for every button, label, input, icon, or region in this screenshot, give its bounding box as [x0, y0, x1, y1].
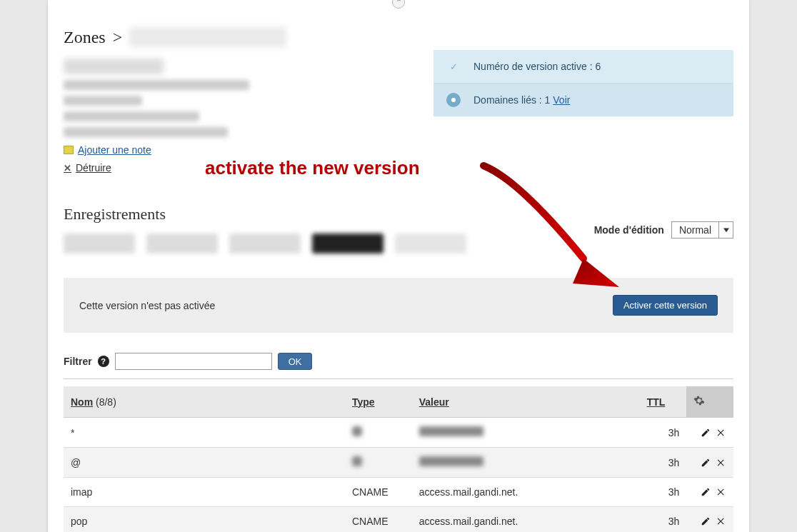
- svg-marker-0: [723, 229, 729, 233]
- th-valeur[interactable]: Valeur: [412, 386, 640, 418]
- cell-ttl: 3h: [640, 418, 687, 448]
- active-version-row: ✓ Numéro de version active : 6: [433, 50, 733, 83]
- edit-mode-value: Normal: [672, 224, 718, 236]
- destroy-label: Détruire: [76, 162, 111, 174]
- close-icon: ✕: [64, 163, 71, 174]
- version-tab-active[interactable]: [312, 234, 384, 254]
- cell-ttl: 3h: [640, 507, 687, 533]
- th-ttl[interactable]: TTL: [640, 386, 687, 418]
- filter-ok-button[interactable]: OK: [278, 353, 313, 370]
- table-row: *3h: [64, 418, 733, 448]
- linked-domains-row: Domaines liés : 1 Voir: [433, 83, 733, 116]
- version-tab[interactable]: [64, 234, 135, 254]
- cell-nom: pop: [64, 507, 345, 533]
- breadcrumb: Zones >: [64, 27, 733, 47]
- cell-nom: @: [64, 448, 345, 478]
- edit-icon[interactable]: [701, 516, 711, 526]
- edit-icon[interactable]: [701, 458, 711, 468]
- cell-type: [345, 418, 412, 448]
- cell-valeur: access.mail.gandi.net.: [412, 507, 640, 533]
- chevron-down-icon[interactable]: [718, 221, 733, 239]
- breadcrumb-root[interactable]: Zones: [64, 28, 106, 47]
- cell-actions: [686, 507, 733, 533]
- filter-input[interactable]: [115, 353, 272, 370]
- version-tab[interactable]: [146, 234, 218, 254]
- version-tab[interactable]: [395, 234, 466, 254]
- dot-icon: [446, 93, 461, 107]
- edit-icon[interactable]: [701, 428, 711, 438]
- activation-banner: Cette version n'est pas activée Activer …: [64, 278, 733, 333]
- linked-domains-text: Domaines liés : 1 Voir: [473, 94, 570, 106]
- linked-domains-link[interactable]: Voir: [553, 94, 570, 106]
- cell-actions: [686, 448, 733, 478]
- edit-mode-control: Mode d'édition Normal: [594, 221, 733, 239]
- cell-actions: [686, 418, 733, 448]
- add-note-label: Ajouter une note: [78, 144, 151, 156]
- cell-valeur: [412, 418, 640, 448]
- cell-valeur: access.mail.gandi.net.: [412, 478, 640, 507]
- table-row: @3h: [64, 448, 733, 478]
- cell-ttl: 3h: [640, 448, 687, 478]
- filter-label: Filtrer: [64, 356, 92, 367]
- note-icon: [64, 146, 74, 154]
- help-icon[interactable]: ?: [98, 356, 109, 367]
- filter-row: Filtrer ? OK: [64, 353, 733, 379]
- cell-ttl: 3h: [640, 478, 687, 507]
- breadcrumb-separator: >: [113, 28, 123, 47]
- activation-banner-text: Cette version n'est pas activée: [79, 300, 215, 311]
- activate-version-button[interactable]: Activer cette version: [613, 295, 718, 316]
- delete-icon[interactable]: [716, 458, 726, 468]
- gear-icon: [693, 395, 705, 406]
- records-table: Nom (8/8) Type Valeur TTL *3h@3himapCNAM…: [64, 386, 733, 532]
- edit-mode-label: Mode d'édition: [594, 224, 664, 236]
- version-tab[interactable]: [229, 234, 301, 254]
- info-panel: ✓ Numéro de version active : 6 Domaines …: [433, 50, 733, 116]
- table-row: popCNAMEaccess.mail.gandi.net.3h: [64, 507, 733, 533]
- info-header: [64, 59, 164, 74]
- cell-type: CNAME: [345, 507, 412, 533]
- edit-mode-select[interactable]: Normal: [671, 221, 733, 239]
- cell-valeur: [412, 448, 640, 478]
- cell-nom: *: [64, 418, 345, 448]
- check-icon: ✓: [446, 59, 461, 74]
- th-nom[interactable]: Nom (8/8): [64, 386, 345, 418]
- cell-nom: imap: [64, 478, 345, 507]
- delete-icon[interactable]: [716, 516, 726, 526]
- delete-icon[interactable]: [716, 428, 726, 438]
- cell-type: [345, 448, 412, 478]
- th-settings[interactable]: [686, 386, 733, 418]
- cell-actions: [686, 478, 733, 507]
- add-note-link[interactable]: Ajouter une note: [64, 144, 151, 156]
- delete-icon[interactable]: [716, 487, 726, 497]
- destroy-link[interactable]: ✕ Détruire: [64, 162, 111, 174]
- th-type[interactable]: Type: [345, 386, 412, 418]
- breadcrumb-zone-name: [129, 27, 286, 47]
- edit-icon[interactable]: [701, 487, 711, 497]
- cell-type: CNAME: [345, 478, 412, 507]
- table-row: imapCNAMEaccess.mail.gandi.net.3h: [64, 478, 733, 507]
- active-version-text: Numéro de version active : 6: [473, 61, 601, 72]
